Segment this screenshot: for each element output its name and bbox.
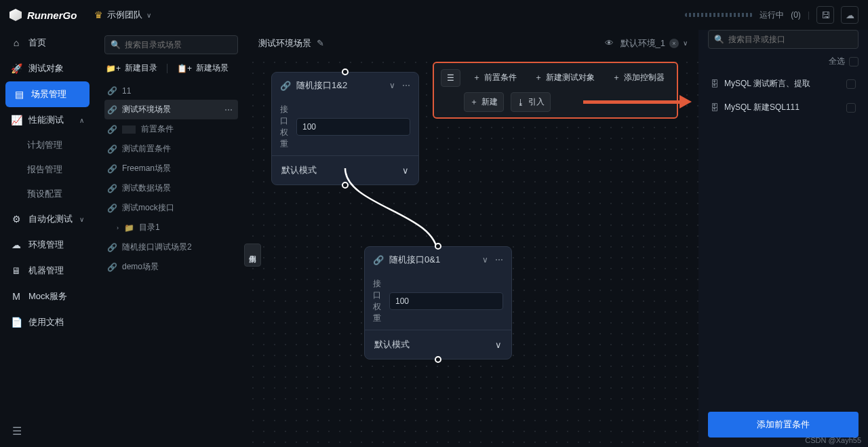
team-name: 示例团队 — [107, 9, 142, 21]
precondition-btn[interactable]: ＋前置条件 — [467, 69, 522, 87]
weight-input[interactable] — [296, 118, 410, 136]
link-icon: 🔗 — [107, 144, 117, 154]
save-icon[interactable]: 🖫 — [816, 6, 834, 24]
nav-mock-service[interactable]: MMock服务 — [0, 284, 95, 309]
nav-docs[interactable]: 📄使用文档 — [0, 309, 95, 335]
env-icon: ☁ — [11, 239, 22, 250]
more-icon[interactable]: ⋯ — [495, 255, 503, 265]
import-btn[interactable]: ⭳引入 — [511, 92, 551, 112]
port-top[interactable] — [342, 69, 349, 75]
new-scene-btn[interactable]: 📋+新建场景 — [177, 62, 229, 74]
nav-plan-mgmt[interactable]: 计划管理 — [0, 133, 95, 157]
chevron-down-icon: ∨ — [146, 12, 151, 19]
nav-home[interactable]: ⌂首页 — [0, 30, 95, 56]
canvas[interactable]: 用例集› ☰ ＋前置条件 ＋新建测试对象 ＋添加控制器 ＋新建 ⭳引入 — [248, 57, 698, 447]
crown-icon: ♛ — [94, 9, 103, 20]
import-icon: ⭳ — [517, 98, 525, 107]
panel-search-input[interactable] — [728, 35, 852, 44]
nav-auto-test[interactable]: ⚙自动化测试∨ — [0, 206, 95, 232]
cloud-icon[interactable]: ☁ — [841, 6, 859, 24]
nav-report-mgmt[interactable]: 报告管理 — [0, 157, 95, 182]
search-icon: 🔍 — [714, 35, 724, 44]
tree-item[interactable]: 🔗Freeman场景 — [104, 159, 238, 178]
mode-selector[interactable]: 默认模式 ∨ — [365, 330, 511, 359]
port-bottom[interactable] — [435, 356, 441, 363]
team-dropdown[interactable]: ♛ 示例团队 ∨ — [94, 9, 151, 21]
link-icon: 🔗 — [107, 105, 117, 115]
node-title: 随机接口1&2 — [296, 79, 347, 92]
doc-icon: 📄 — [11, 317, 22, 328]
api-icon: 🔗 — [373, 255, 384, 265]
mock-icon: M — [11, 291, 22, 302]
sidebar: ⌂首页 🚀测试对象 ▤场景管理 📈性能测试∧ 计划管理 报告管理 预设配置 ⚙自… — [0, 0, 95, 447]
case-set-tab[interactable]: 用例集› — [244, 244, 261, 267]
new-btn[interactable]: ＋新建 — [464, 92, 504, 112]
nav-perf-test[interactable]: 📈性能测试∧ — [0, 107, 95, 133]
sql-item[interactable]: 🗄 MySQL 测试断言、提取 — [708, 74, 859, 94]
tree-item[interactable]: 🔗随机接口调试场景2 — [104, 237, 238, 257]
database-icon: 🗄 — [711, 79, 719, 89]
eye-icon[interactable]: 👁 — [605, 38, 614, 48]
env-name: 默认环境_1 — [620, 37, 665, 50]
tree-panel: 🔍 📁+新建目录 📋+新建场景 🔗11 🔗测试环境场景⋯ 🔗前置条件 🔗测试前置… — [95, 0, 248, 447]
chevron-right-icon: › — [117, 225, 119, 231]
flow-node[interactable]: 🔗 随机接口1&2 ∨⋯ 接口权重 默认模式 ∨ — [271, 72, 419, 185]
blur — [122, 125, 136, 134]
item-checkbox[interactable] — [846, 79, 856, 89]
tree-folder[interactable]: ›📁目录1 — [104, 218, 238, 237]
flow-node[interactable]: 🔗 随机接口0&1 ∨⋯ 接口权重 默认模式 ∨ — [364, 246, 512, 359]
tree-item[interactable]: 🔗测试mock接口 — [104, 198, 238, 218]
chevron-down-icon: ∨ — [79, 216, 84, 223]
more-icon[interactable]: ⋯ — [402, 81, 410, 90]
sql-adder-panel: SQL添加器 × 🔍 全选 🗄 MySQL 测试断言、提取 🗄 MySQL 新建… — [698, 0, 868, 447]
chevron-down-icon[interactable]: ∨ — [389, 81, 395, 90]
select-all-checkbox[interactable] — [849, 57, 859, 66]
nav-test-object[interactable]: 🚀测试对象 — [0, 56, 95, 81]
node-title: 随机接口0&1 — [389, 254, 440, 266]
close-icon[interactable]: × — [669, 39, 679, 48]
plus-icon: ＋ — [473, 72, 481, 83]
panel-search[interactable]: 🔍 — [708, 30, 859, 49]
link-icon: 🔗 — [107, 243, 117, 252]
tree-item[interactable]: 🔗测试数据场景 — [104, 178, 238, 198]
logo: RunnerGo — [9, 9, 77, 21]
chevron-down-icon[interactable]: ∨ — [482, 255, 488, 265]
tree-item[interactable]: 🔗demo场景 — [104, 257, 238, 277]
link-icon: 🔗 — [107, 203, 117, 213]
chevron-down-icon: ∨ — [495, 340, 502, 350]
tree-item[interactable]: 🔗测试前置条件 — [104, 139, 238, 159]
menu-collapse[interactable]: ☰ — [0, 415, 95, 447]
progress-bar — [685, 13, 753, 17]
api-icon: 🔗 — [280, 81, 291, 91]
tree-search[interactable]: 🔍 — [104, 35, 238, 54]
nav-preset-config[interactable]: 预设配置 — [0, 182, 95, 206]
weight-input[interactable] — [389, 292, 503, 310]
tree-item[interactable]: 🔗前置条件 — [104, 119, 238, 139]
chevron-up-icon: ∧ — [79, 117, 84, 124]
page-title: 测试环境场景 — [258, 37, 311, 50]
database-icon: 🗄 — [711, 103, 719, 113]
mode-selector[interactable]: 默认模式 ∨ — [272, 155, 418, 184]
tree-item[interactable]: 🔗11 — [104, 82, 238, 100]
add-precondition-button[interactable]: 添加前置条件 — [708, 412, 859, 438]
scene-plus-icon: 📋+ — [177, 64, 192, 73]
port-bottom[interactable] — [342, 182, 349, 189]
list-icon-btn[interactable]: ☰ — [441, 69, 460, 87]
add-controller-btn[interactable]: ＋添加控制器 — [607, 69, 670, 87]
item-checkbox[interactable] — [846, 103, 856, 113]
sql-item[interactable]: 🗄 MySQL 新建SQL111 — [708, 98, 859, 117]
edit-icon[interactable]: ✎ — [317, 38, 324, 48]
port-top[interactable] — [435, 243, 441, 250]
watermark: CSDN @Xayh55 — [805, 436, 861, 444]
env-selector[interactable]: 默认环境_1 × ∨ — [620, 37, 688, 50]
chart-icon: 📈 — [11, 115, 22, 125]
nav-scene-mgmt[interactable]: ▤场景管理 — [5, 81, 90, 107]
new-test-obj-btn[interactable]: ＋新建测试对象 — [529, 69, 600, 87]
logo-text: RunnerGo — [27, 9, 77, 21]
more-icon[interactable]: ⋯ — [224, 105, 235, 115]
nav-machine-mgmt[interactable]: 🖥机器管理 — [0, 258, 95, 284]
tree-search-input[interactable] — [125, 40, 232, 50]
tree-item[interactable]: 🔗测试环境场景⋯ — [104, 100, 238, 119]
nav-env-mgmt[interactable]: ☁环境管理 — [0, 232, 95, 258]
new-folder-btn[interactable]: 📁+新建目录 — [106, 62, 157, 74]
